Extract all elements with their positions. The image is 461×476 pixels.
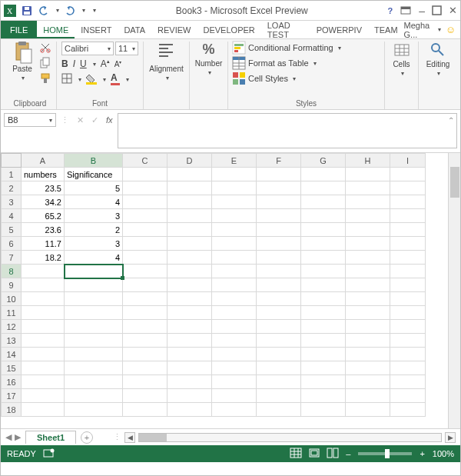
row-header[interactable]: 9 <box>2 278 22 292</box>
minimize-icon[interactable]: – <box>419 5 425 17</box>
user-drop-icon[interactable]: ▾ <box>438 26 441 33</box>
scroll-right-icon[interactable]: ▶ <box>445 432 456 443</box>
cell[interactable] <box>257 348 301 361</box>
view-pagebreak-icon[interactable] <box>327 448 338 459</box>
cell[interactable] <box>212 334 257 348</box>
paste-button[interactable]: Paste ▾ <box>8 42 36 82</box>
cell[interactable] <box>123 223 167 237</box>
cell[interactable]: 65.2 <box>22 209 65 223</box>
cell[interactable] <box>346 223 390 237</box>
cell[interactable] <box>390 375 426 389</box>
cell[interactable] <box>257 237 301 251</box>
row-header[interactable]: 14 <box>2 348 22 361</box>
row-header[interactable]: 17 <box>2 389 22 403</box>
cell[interactable] <box>167 181 212 195</box>
shrink-font-icon[interactable]: A▾ <box>114 59 122 68</box>
cell[interactable] <box>257 292 301 306</box>
cell[interactable] <box>346 195 390 209</box>
italic-button[interactable]: I <box>73 58 75 69</box>
row-header[interactable]: 18 <box>2 403 22 417</box>
cell[interactable] <box>65 375 123 389</box>
cell[interactable] <box>167 389 212 403</box>
col-header[interactable]: E <box>212 154 257 168</box>
cell[interactable] <box>167 306 212 320</box>
cell[interactable] <box>22 320 65 334</box>
cell[interactable] <box>212 292 257 306</box>
cell[interactable] <box>390 209 426 223</box>
cell[interactable] <box>301 361 346 375</box>
row-header[interactable]: 7 <box>2 251 22 265</box>
cell[interactable] <box>22 334 65 348</box>
cell[interactable] <box>346 168 390 181</box>
cell[interactable] <box>65 278 123 292</box>
cell[interactable] <box>390 278 426 292</box>
cell[interactable] <box>257 403 301 417</box>
grow-font-icon[interactable]: A▴ <box>101 58 110 69</box>
cell[interactable] <box>212 361 257 375</box>
cell[interactable]: 23.5 <box>22 181 65 195</box>
format-as-table-button[interactable]: Format as Table▾ <box>233 57 341 69</box>
cell[interactable] <box>257 223 301 237</box>
cell[interactable] <box>167 251 212 265</box>
sheet-prev-icon[interactable]: ◀ <box>5 432 12 442</box>
cell[interactable] <box>22 292 65 306</box>
cell[interactable]: 4 <box>65 251 123 265</box>
cell[interactable]: Significance <box>65 168 123 181</box>
bold-button[interactable]: B <box>61 58 68 69</box>
cell[interactable] <box>257 265 301 278</box>
cell[interactable] <box>346 292 390 306</box>
formula-bar[interactable]: ⌃ <box>118 113 457 148</box>
cell[interactable] <box>22 361 65 375</box>
cell[interactable] <box>167 375 212 389</box>
macro-record-icon[interactable] <box>44 448 55 459</box>
redo-drop-icon[interactable]: ▾ <box>82 7 85 14</box>
cell[interactable] <box>123 375 167 389</box>
save-icon[interactable] <box>21 5 33 17</box>
help-icon[interactable]: ? <box>387 6 393 15</box>
cell[interactable] <box>212 168 257 181</box>
row-header[interactable]: 3 <box>2 195 22 209</box>
alignment-button[interactable]: Alignment ▾ <box>153 42 181 82</box>
cell[interactable] <box>123 237 167 251</box>
cell[interactable] <box>212 389 257 403</box>
select-all-corner[interactable] <box>2 154 22 168</box>
cell[interactable] <box>167 292 212 306</box>
name-box[interactable]: B8▾ <box>4 113 56 127</box>
cell[interactable] <box>22 306 65 320</box>
cell[interactable] <box>301 389 346 403</box>
cell[interactable] <box>65 292 123 306</box>
row-header[interactable]: 16 <box>2 375 22 389</box>
scroll-left-icon[interactable]: ◀ <box>124 432 135 443</box>
cell[interactable] <box>257 181 301 195</box>
row-header[interactable]: 15 <box>2 361 22 375</box>
cell[interactable] <box>212 251 257 265</box>
cell[interactable] <box>346 348 390 361</box>
cell[interactable] <box>346 306 390 320</box>
col-header[interactable]: C <box>123 154 167 168</box>
cell[interactable] <box>390 237 426 251</box>
tab-review[interactable]: REVIEW <box>151 21 197 38</box>
cell[interactable] <box>167 209 212 223</box>
cell[interactable] <box>22 348 65 361</box>
cell[interactable] <box>257 195 301 209</box>
undo-icon[interactable] <box>38 5 50 17</box>
cell[interactable] <box>301 375 346 389</box>
underline-button[interactable]: U <box>80 58 87 69</box>
cell[interactable] <box>346 237 390 251</box>
col-header[interactable]: G <box>301 154 346 168</box>
cell[interactable]: 23.6 <box>22 223 65 237</box>
cell[interactable] <box>65 306 123 320</box>
cell[interactable] <box>346 389 390 403</box>
cell-styles-button[interactable]: Cell Styles▾ <box>233 72 341 85</box>
cell[interactable] <box>22 389 65 403</box>
cell[interactable] <box>257 320 301 334</box>
cell[interactable] <box>257 278 301 292</box>
fx-icon[interactable]: fx <box>106 115 113 125</box>
cell[interactable] <box>257 375 301 389</box>
cell[interactable] <box>390 403 426 417</box>
cell[interactable] <box>22 375 65 389</box>
col-header[interactable]: I <box>390 154 426 168</box>
cell[interactable] <box>22 278 65 292</box>
redo-icon[interactable] <box>64 5 76 17</box>
tab-team[interactable]: TEAM <box>368 21 404 38</box>
